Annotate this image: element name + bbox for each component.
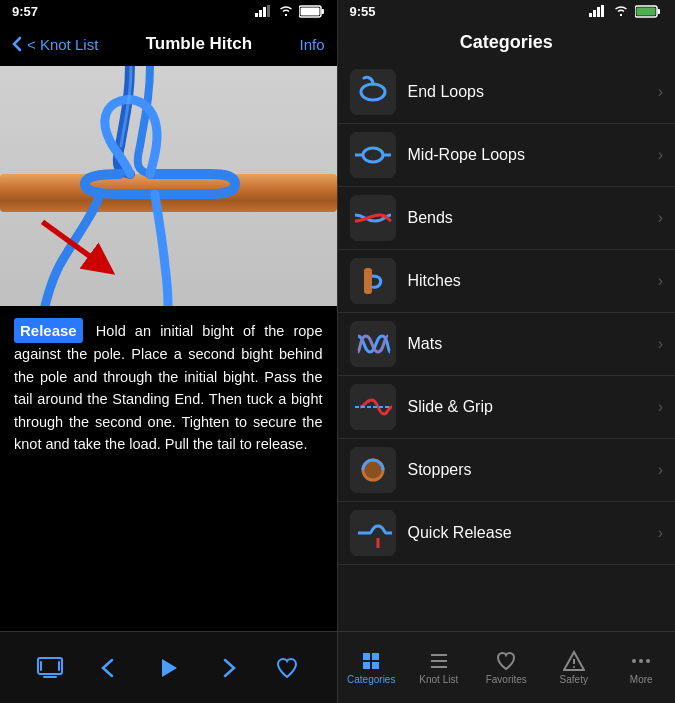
play-button[interactable] — [148, 648, 188, 688]
status-bar-right: 9:55 — [338, 0, 676, 22]
svg-rect-15 — [593, 10, 596, 17]
tab-favorites[interactable]: Favorites — [476, 650, 536, 685]
tab-knot-list[interactable]: Knot List — [409, 650, 469, 685]
svg-marker-13 — [162, 659, 177, 677]
status-bar-left: 9:57 — [0, 0, 337, 22]
battery-icon-left — [299, 5, 325, 18]
category-item[interactable]: Mid-Rope Loops › — [338, 124, 676, 187]
svg-rect-20 — [637, 7, 656, 15]
slide-grip-label: Slide & Grip — [408, 398, 646, 416]
quick-release-label: Quick Release — [408, 524, 646, 542]
svg-rect-14 — [589, 13, 592, 17]
tab-categories[interactable]: Categories — [341, 650, 401, 685]
svg-rect-3 — [267, 5, 270, 17]
knot-list-tab-label: Knot List — [419, 674, 458, 685]
svg-rect-17 — [601, 5, 604, 17]
more-tab-icon — [630, 650, 652, 672]
category-item[interactable]: Stoppers › — [338, 439, 676, 502]
svg-rect-28 — [350, 258, 396, 304]
quick-release-chevron: › — [658, 524, 663, 542]
nav-bar: < Knot List Tumble Hitch Info — [0, 22, 337, 66]
end-loops-thumb — [350, 69, 396, 115]
left-time: 9:57 — [12, 4, 38, 19]
svg-rect-19 — [658, 9, 661, 14]
favorites-tab-label: Favorites — [486, 674, 527, 685]
forward-step-button[interactable] — [208, 648, 248, 688]
right-time: 9:55 — [350, 4, 376, 19]
category-item[interactable]: Mats › — [338, 313, 676, 376]
signal-icon — [255, 5, 273, 17]
nav-title: Tumble Hitch — [146, 34, 252, 54]
right-status-icons — [589, 5, 663, 18]
info-button[interactable]: Info — [299, 36, 324, 53]
category-item[interactable]: Bends › — [338, 187, 676, 250]
description-text: Release Hold an initial bight of the rop… — [14, 318, 323, 456]
category-item[interactable]: End Loops › — [338, 61, 676, 124]
hitches-thumb — [350, 258, 396, 304]
svg-point-43 — [639, 659, 643, 663]
categories-tab-label: Categories — [347, 674, 395, 685]
page-title: Categories — [338, 22, 676, 61]
svg-rect-29 — [364, 268, 372, 294]
mid-rope-loops-label: Mid-Rope Loops — [408, 146, 646, 164]
svg-rect-11 — [40, 661, 42, 671]
svg-point-42 — [632, 659, 636, 663]
hitches-chevron: › — [658, 272, 663, 290]
left-status-icons — [255, 5, 325, 18]
end-loops-chevron: › — [658, 83, 663, 101]
svg-rect-5 — [321, 9, 324, 14]
play-icon — [156, 656, 180, 680]
categories-list: End Loops › Mid-Rope Loops › Bends › Hit… — [338, 61, 676, 631]
favorites-button[interactable] — [267, 648, 307, 688]
right-panel: 9:55 Categories — [338, 0, 676, 703]
right-signal-icon — [589, 5, 607, 17]
back-button[interactable]: < Knot List — [12, 36, 98, 53]
slide-grip-chevron: › — [658, 398, 663, 416]
svg-line-8 — [43, 222, 103, 265]
svg-point-44 — [646, 659, 650, 663]
back-step-icon — [97, 656, 121, 680]
svg-rect-10 — [43, 676, 57, 678]
knot-image — [0, 66, 337, 306]
slideshow-button[interactable] — [30, 648, 70, 688]
right-battery-icon — [635, 5, 663, 18]
heart-icon — [275, 656, 299, 680]
category-item[interactable]: Quick Release › — [338, 502, 676, 565]
bottom-toolbar — [0, 631, 337, 703]
svg-rect-21 — [350, 69, 396, 115]
bends-label: Bends — [408, 209, 646, 227]
bottom-tabs: Categories Knot List Favorites Safety — [338, 631, 676, 703]
left-panel: 9:57 < Knot List — [0, 0, 337, 703]
back-step-button[interactable] — [89, 648, 129, 688]
stoppers-chevron: › — [658, 461, 663, 479]
svg-point-41 — [573, 666, 575, 668]
svg-rect-2 — [263, 7, 266, 17]
stoppers-label: Stoppers — [408, 461, 646, 479]
svg-rect-12 — [58, 661, 60, 671]
mid-rope-loops-chevron: › — [658, 146, 663, 164]
category-item[interactable]: Slide & Grip › — [338, 376, 676, 439]
category-item[interactable]: Hitches › — [338, 250, 676, 313]
back-chevron-icon — [12, 36, 22, 52]
tab-safety[interactable]: Safety — [544, 650, 604, 685]
svg-rect-6 — [300, 7, 319, 15]
mats-chevron: › — [658, 335, 663, 353]
quick-release-thumb — [350, 510, 396, 556]
favorites-tab-icon — [495, 650, 517, 672]
mid-rope-loops-thumb — [350, 132, 396, 178]
wifi-icon — [278, 5, 294, 17]
slideshow-icon — [36, 654, 64, 682]
release-badge: Release — [14, 318, 83, 343]
tab-more[interactable]: More — [611, 650, 671, 685]
back-label: < Knot List — [27, 36, 98, 53]
hitches-label: Hitches — [408, 272, 646, 290]
safety-tab-icon — [563, 650, 585, 672]
stoppers-thumb — [350, 447, 396, 493]
right-wifi-icon — [613, 5, 629, 17]
end-loops-label: End Loops — [408, 83, 646, 101]
more-tab-label: More — [630, 674, 653, 685]
mats-thumb — [350, 321, 396, 367]
slide-grip-thumb — [350, 384, 396, 430]
svg-rect-1 — [259, 10, 262, 17]
safety-tab-label: Safety — [560, 674, 588, 685]
